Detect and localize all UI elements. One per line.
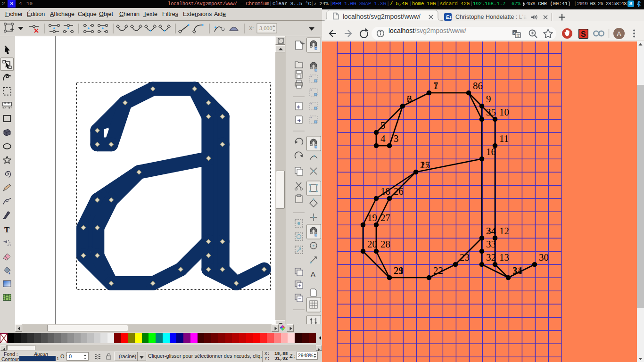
svg-text:T: T (4, 225, 10, 234)
svg-text:S: S (581, 30, 586, 38)
svg-text:30: 30 (539, 252, 549, 263)
svg-text:12: 12 (499, 225, 509, 237)
svg-text:3: 3 (394, 133, 399, 144)
svg-text:E1: E1 (446, 15, 452, 20)
svg-text:29: 29 (394, 265, 404, 276)
svg-text:10: 10 (499, 107, 509, 118)
svg-text:7: 7 (433, 80, 438, 91)
svg-text:9: 9 (486, 93, 491, 105)
svg-text:文: 文 (517, 33, 520, 38)
svg-text:A: A (617, 30, 621, 37)
svg-text:A: A (311, 270, 315, 278)
svg-text:X:: X: (249, 25, 254, 31)
svg-text:3,000: 3,000 (259, 25, 272, 31)
svg-text:86: 86 (473, 80, 483, 91)
svg-text:26: 26 (394, 186, 404, 197)
svg-text:13: 13 (499, 252, 509, 263)
svg-text:28: 28 (380, 239, 390, 250)
svg-text:4: 4 (380, 133, 386, 144)
svg-text:23: 23 (460, 252, 470, 263)
svg-text:11: 11 (499, 133, 509, 144)
